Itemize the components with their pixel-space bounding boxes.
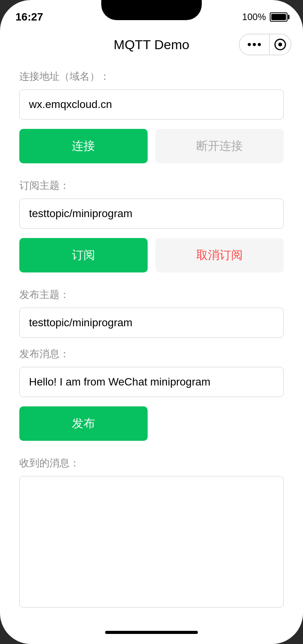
connection-label: 连接地址（域名）： [19, 70, 284, 83]
subscribe-topic-input[interactable] [19, 199, 284, 229]
subscribe-button[interactable]: 订阅 [19, 238, 148, 272]
battery-icon [270, 12, 288, 22]
dot-3 [258, 43, 261, 46]
publish-button-row: 发布 [19, 406, 284, 441]
connect-button-row: 连接 断开连接 [19, 129, 284, 163]
battery-fill [271, 14, 286, 20]
home-indicator [0, 621, 303, 644]
subscribe-topic-label: 订阅主题： [19, 179, 284, 192]
record-inner [278, 43, 282, 46]
dot-2 [253, 43, 256, 46]
received-messages-label: 收到的消息： [19, 456, 284, 470]
status-time: 16:27 [15, 11, 43, 23]
dots-icon [248, 43, 261, 46]
record-button[interactable] [270, 34, 291, 55]
connection-input[interactable] [19, 89, 284, 120]
disconnect-button[interactable]: 断开连接 [155, 129, 284, 163]
publish-message-label: 发布消息： [19, 347, 284, 361]
unsubscribe-button[interactable]: 取消订阅 [155, 238, 284, 272]
home-bar [105, 631, 198, 634]
nav-actions [239, 34, 291, 55]
dot-1 [248, 43, 251, 46]
record-icon [274, 39, 286, 50]
battery-text: 100% [242, 12, 266, 22]
status-bar: 16:27 100% [0, 0, 303, 27]
phone-frame: 16:27 100% MQTT Demo [0, 0, 303, 644]
more-button[interactable] [239, 34, 270, 55]
nav-bar: MQTT Demo [0, 27, 303, 62]
publish-topic-label: 发布主题： [19, 288, 284, 301]
status-right: 100% [242, 12, 288, 22]
notch [101, 0, 202, 20]
publish-message-input[interactable] [19, 367, 284, 397]
main-content: 连接地址（域名）： 连接 断开连接 订阅主题： 订阅 取消订阅 发布主题： 发布… [0, 62, 303, 621]
connect-button[interactable]: 连接 [19, 129, 148, 163]
publish-topic-input[interactable] [19, 308, 284, 338]
subscribe-button-row: 订阅 取消订阅 [19, 238, 284, 272]
nav-title: MQTT Demo [64, 37, 239, 52]
received-messages-area[interactable] [19, 476, 284, 608]
phone-screen: 16:27 100% MQTT Demo [0, 0, 303, 644]
publish-button[interactable]: 发布 [19, 406, 148, 441]
